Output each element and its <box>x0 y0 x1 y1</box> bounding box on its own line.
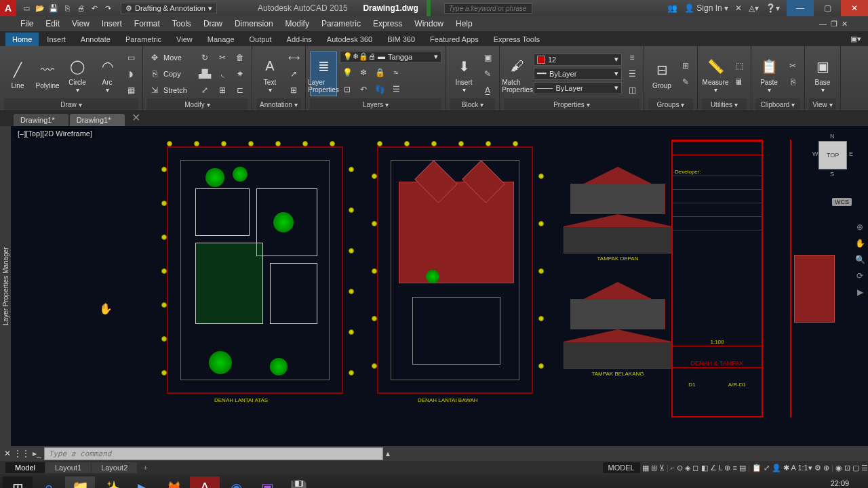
ribtab-parametric[interactable]: Parametric <box>119 33 168 46</box>
system-clock[interactable]: 22:09 09/04/2015 <box>814 479 865 488</box>
ribbon-collapse-button[interactable]: ▣▾ <box>844 32 868 46</box>
rectangle-icon[interactable]: ▭ <box>123 50 138 65</box>
status-model-pill[interactable]: MODEL <box>603 462 640 473</box>
trim-icon[interactable]: ✂ <box>215 50 230 65</box>
file-tab-2[interactable]: Drawing1* <box>70 114 125 126</box>
save-icon[interactable]: 💾 <box>47 2 60 14</box>
transparency-icon[interactable]: ◫ <box>625 83 639 98</box>
group-edit-icon[interactable]: ✎ <box>678 75 693 89</box>
menu-parametric[interactable]: Parametric <box>321 19 361 28</box>
ribtab-insert[interactable]: Insert <box>40 33 73 46</box>
layer-prev-icon[interactable]: ↶ <box>356 82 371 97</box>
layer-lock-icon[interactable]: 🔒 <box>372 65 387 80</box>
task-save-icon[interactable]: 💾 <box>283 476 313 488</box>
text-button[interactable]: AText▾ <box>256 52 283 96</box>
menu-tools[interactable]: Tools <box>172 19 191 28</box>
ducs-icon[interactable]: L <box>719 464 723 472</box>
lwt-icon[interactable]: ≡ <box>733 464 737 472</box>
exchange-icon[interactable]: ✕ <box>735 3 742 13</box>
hw-accel-icon[interactable]: ◉ <box>835 464 842 472</box>
move-label[interactable]: Move <box>163 54 182 62</box>
ws-switch-icon[interactable]: ⚙ <box>814 464 821 472</box>
linetype-selector[interactable]: ─── ByLayer▾ <box>534 82 622 94</box>
cmd-close-icon[interactable]: ✕ <box>4 449 11 458</box>
ribtab-express[interactable]: Express Tools <box>487 33 547 46</box>
menu-express[interactable]: Express <box>373 19 402 28</box>
color-selector[interactable]: 12▾ <box>534 54 622 66</box>
leader-icon[interactable]: ↗ <box>286 66 301 81</box>
quick-calc-icon[interactable]: 🖩 <box>732 75 747 89</box>
hatch-icon[interactable]: ▦ <box>123 83 138 98</box>
ribtab-manage[interactable]: Manage <box>201 33 241 46</box>
table-icon[interactable]: ⊞ <box>286 83 301 98</box>
stretch-icon[interactable]: ⇲ <box>147 83 162 98</box>
file-tab-1[interactable]: Drawing1* <box>14 114 68 126</box>
dyn-icon[interactable]: ⊕ <box>724 464 730 472</box>
polyline-button[interactable]: 〰Polyline <box>34 52 61 96</box>
ribtab-bim360[interactable]: BIM 360 <box>380 33 422 46</box>
command-input[interactable] <box>44 447 383 460</box>
edit-attr-icon[interactable]: A̲ <box>480 83 495 98</box>
workspace-selector[interactable]: ⚙ Drafting & Annotation ▾ <box>121 3 217 14</box>
close-button[interactable]: ✕ <box>841 0 868 16</box>
cmd-recent-icon[interactable]: ▴ <box>386 449 390 458</box>
ungroup-icon[interactable]: ⊞ <box>678 58 693 73</box>
select-all-icon[interactable]: ⬚ <box>732 58 747 73</box>
ribtab-featured[interactable]: Featured Apps <box>423 33 486 46</box>
anno-vis-icon[interactable]: ✱ <box>783 464 789 472</box>
menu-view[interactable]: View <box>72 19 90 28</box>
task-ie-icon[interactable]: e <box>34 476 64 488</box>
ribtab-view[interactable]: View <box>170 33 199 46</box>
plot-icon[interactable]: 🖨 <box>75 2 87 14</box>
erase-icon[interactable]: 🗑 <box>233 50 248 65</box>
stayconnected-icon[interactable]: ◬▾ <box>749 3 759 13</box>
help-icon[interactable]: ❔▾ <box>766 3 780 13</box>
mirror-icon[interactable]: ▟▙ <box>197 66 212 81</box>
copy-label[interactable]: Copy <box>163 70 181 78</box>
create-block-icon[interactable]: ▣ <box>480 50 495 65</box>
menu-file[interactable]: File <box>20 19 33 28</box>
explode-icon[interactable]: ✷ <box>233 66 248 81</box>
snap-icon[interactable]: ⊞ <box>651 464 657 472</box>
infocenter-icon[interactable]: 👥 <box>667 3 677 13</box>
anno-scale[interactable]: 1:1 <box>797 464 808 472</box>
menu-format[interactable]: Format <box>134 19 160 28</box>
offset-icon[interactable]: ⊏ <box>233 83 248 98</box>
anno-auto-icon[interactable]: A <box>791 464 796 472</box>
doc-minimize-button[interactable]: — <box>819 20 827 28</box>
arc-button[interactable]: ◠Arc▾ <box>94 52 121 96</box>
anno-mon-icon[interactable]: ⊕ <box>823 464 829 472</box>
task-app3-icon[interactable]: ▣ <box>252 476 282 488</box>
3dosnap-icon[interactable]: ◧ <box>701 464 708 472</box>
layer-match-icon[interactable]: ≈ <box>389 65 403 80</box>
menu-help[interactable]: Help <box>456 19 473 28</box>
showmotion-icon[interactable]: ▶ <box>854 286 866 298</box>
menu-window[interactable]: Window <box>414 19 443 28</box>
base-button[interactable]: ▣Base▾ <box>809 52 836 96</box>
layout-model[interactable]: Model <box>5 462 45 473</box>
edit-block-icon[interactable]: ✎ <box>480 66 495 81</box>
layout-add-button[interactable]: + <box>138 462 153 473</box>
scale-icon[interactable]: ⤢ <box>197 83 212 98</box>
redo-icon[interactable]: ↷ <box>102 2 114 14</box>
ribtab-annotate[interactable]: Annotate <box>74 33 117 46</box>
layer-iso-icon[interactable]: ⊡ <box>340 82 355 97</box>
layout-layout1[interactable]: Layout1 <box>45 462 91 473</box>
layer-walk-icon[interactable]: 👣 <box>372 82 387 97</box>
layout-layout2[interactable]: Layout2 <box>92 462 137 473</box>
cut-icon[interactable]: ✂ <box>785 58 800 73</box>
props-palette-icon[interactable]: ≡ <box>625 50 639 65</box>
wcs-badge[interactable]: WCS <box>832 198 852 206</box>
task-chrome-icon[interactable]: ◉ <box>221 476 251 488</box>
sc-icon[interactable]: ⤢ <box>764 464 770 472</box>
qp-icon[interactable]: 📋 <box>752 464 762 472</box>
people-icon[interactable]: 👤 <box>772 464 781 472</box>
array-icon[interactable]: ⊞ <box>215 83 230 98</box>
layer-off-icon[interactable]: 💡 <box>340 65 355 80</box>
copy-clip-icon[interactable]: ⎘ <box>785 75 800 89</box>
viewport-label[interactable]: [–][Top][2D Wireframe] <box>15 129 95 138</box>
doc-restore-button[interactable]: ❐ <box>831 20 837 28</box>
fullnav-icon[interactable]: ⊕ <box>854 221 866 233</box>
customize-icon[interactable]: ☰ <box>861 464 868 472</box>
maximize-button[interactable]: ▢ <box>814 0 841 16</box>
